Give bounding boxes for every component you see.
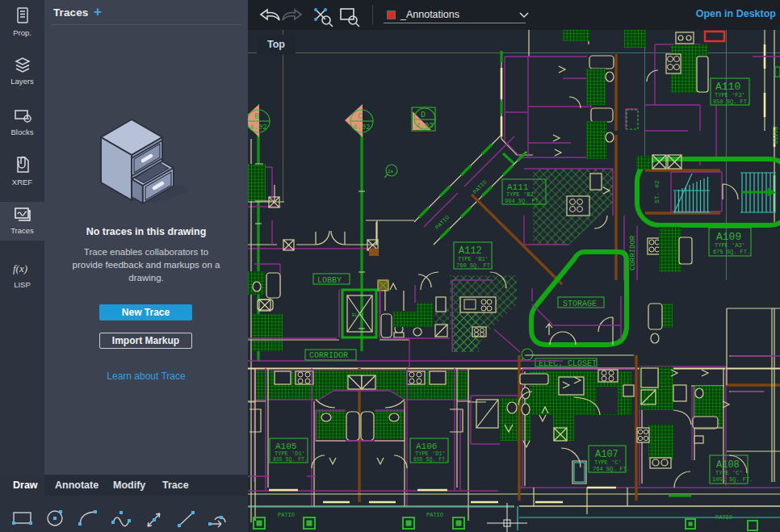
svg-text:4.02: 4.02 <box>250 124 267 132</box>
svg-text:A109: A109 <box>716 231 741 243</box>
svg-text:PATIO: PATIO <box>715 514 732 521</box>
svg-text:4.02: 4.02 <box>353 124 371 132</box>
svg-text:858 SQ. FT.: 858 SQ. FT. <box>713 98 750 105</box>
svg-text:760 SQ. FT.: 760 SQ. FT. <box>456 262 493 269</box>
svg-text:A112: A112 <box>459 245 482 257</box>
svg-text:1051 SQ. FT.: 1051 SQ. FT. <box>712 476 753 483</box>
svg-text:ST. #2: ST. #2 <box>653 180 660 203</box>
svg-text:f(x): f(x) <box>13 262 27 274</box>
svg-text:LOBBY: LOBBY <box>317 276 342 285</box>
svg-text:TYPE 'D1': TYPE 'D1' <box>275 450 305 457</box>
svg-text:STORAGE: STORAGE <box>563 300 597 308</box>
svg-text:C: C <box>358 112 363 121</box>
svg-text:TYPE 'F3': TYPE 'F3' <box>715 92 745 98</box>
svg-text:B: B <box>254 112 259 121</box>
svg-text:A108: A108 <box>716 459 740 471</box>
svg-text:PATIO: PATIO <box>772 127 778 144</box>
svg-text:675 SQ. FT.: 675 SQ. FT. <box>713 249 750 255</box>
svg-text:984 SQ. FT.: 984 SQ. FT. <box>505 198 542 204</box>
svg-text:A110: A110 <box>715 81 740 93</box>
svg-text:764 SQ. FT.: 764 SQ. FT. <box>593 466 630 472</box>
svg-text:TYPE 'B2': TYPE 'B2' <box>506 191 537 198</box>
svg-text:CORRIDOR: CORRIDOR <box>309 351 348 360</box>
svg-text:TYPE 'A3': TYPE 'A3' <box>715 242 745 249</box>
svg-text:CORRIDOR: CORRIDOR <box>629 235 637 270</box>
svg-text:PATIO: PATIO <box>426 512 443 518</box>
svg-text:D: D <box>421 111 426 119</box>
svg-text:A107: A107 <box>595 449 619 460</box>
svg-text:TYPE 'C': TYPE 'C' <box>715 470 743 476</box>
svg-text:2a: 2a <box>388 169 394 174</box>
svg-text:PATIO: PATIO <box>278 512 295 518</box>
svg-text:TYPE 'B1': TYPE 'B1' <box>458 256 489 262</box>
svg-text:ELEV: ELEV <box>352 312 364 318</box>
svg-text:4.03: 4.03 <box>416 122 434 130</box>
svg-text:855 SQ. FT.: 855 SQ. FT. <box>413 457 448 463</box>
svg-text:TYPE 'C': TYPE 'C' <box>594 459 622 466</box>
svg-text:855 SQ. FT.: 855 SQ. FT. <box>273 457 308 463</box>
svg-text:TYPE 'D1': TYPE 'D1' <box>415 450 446 457</box>
